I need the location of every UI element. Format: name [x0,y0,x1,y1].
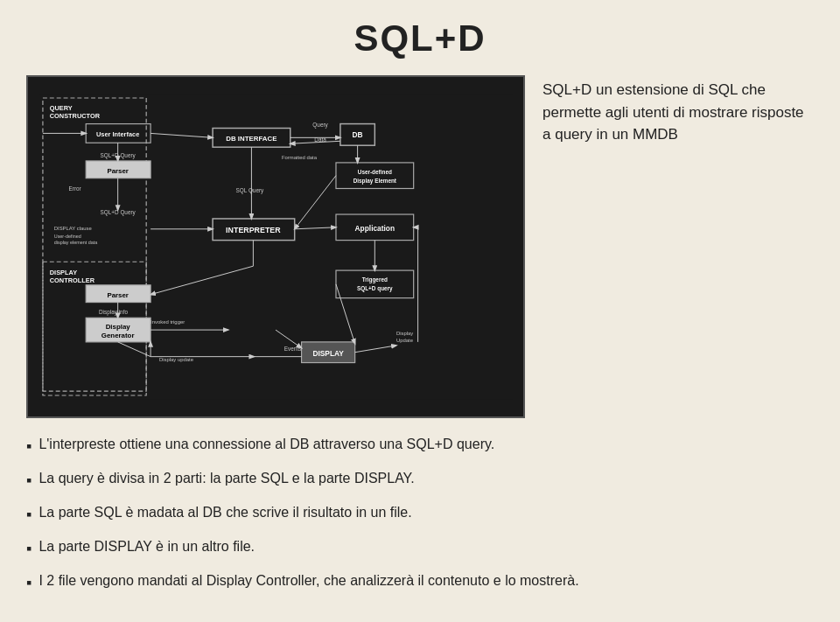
bullet-list: L'interpreste ottiene una connessione al… [26,434,814,595]
page-title: SQL+D [26,17,814,59]
svg-text:Display: Display [106,323,131,331]
svg-text:Parser: Parser [107,291,129,299]
svg-text:display element data: display element data [54,240,98,245]
svg-text:Generator: Generator [102,332,135,339]
svg-text:INTERPRETER: INTERPRETER [226,226,281,234]
bullet-item: I 2 file vengono mandati al Display Cont… [26,570,814,596]
svg-text:DISPLAY: DISPLAY [50,269,77,276]
svg-text:Formatted data: Formatted data [282,155,318,160]
svg-text:Display Element: Display Element [354,178,397,185]
diagram-svg: QUERY CONSTRUCTOR User Interface SQL+D Q… [38,89,513,404]
svg-text:Display info: Display info [99,309,128,316]
side-description: SQL+D un estensione di SQL che permette … [542,79,814,146]
svg-text:CONTROLLER: CONTROLLER [50,276,95,284]
svg-text:DISPLAY: DISPLAY [312,349,344,358]
svg-text:DB INTERFACE: DB INTERFACE [226,135,276,143]
svg-text:SQL+D Query: SQL+D Query [100,209,136,216]
bullet-item: L'interpreste ottiene una connessione al… [26,434,814,459]
svg-text:Display: Display [396,331,413,336]
svg-text:Query: Query [312,122,328,129]
diagram-area: QUERY CONSTRUCTOR User Interface SQL+D Q… [26,75,525,418]
svg-text:Display update: Display update [159,357,194,362]
svg-text:CONSTRUCTOR: CONSTRUCTOR [50,112,101,120]
page-container: SQL+D QUERY CONSTRUCTOR [0,0,840,622]
svg-text:QUERY: QUERY [50,104,73,112]
svg-text:Invoked trigger: Invoked trigger [150,319,185,325]
content-row: QUERY CONSTRUCTOR User Interface SQL+D Q… [26,75,814,418]
svg-text:User-defined: User-defined [54,234,81,239]
svg-text:Parser: Parser [107,167,129,175]
svg-text:Application: Application [355,224,396,233]
bullet-item: La parte SQL è madata al DB che scrive i… [26,502,814,528]
svg-text:Update: Update [396,338,414,343]
side-text-area: SQL+D un estensione di SQL che permette … [542,75,814,146]
svg-text:DISPLAY clause: DISPLAY clause [54,226,93,231]
svg-text:DB: DB [353,130,363,139]
svg-text:User-defined: User-defined [358,169,392,175]
bullet-item: La parte DISPLAY è in un altro file. [26,536,814,562]
bullet-item: La query è divisa in 2 parti: la parte S… [26,468,814,493]
svg-text:SQL+D query: SQL+D query [357,285,393,292]
svg-text:Triggered: Triggered [362,276,388,283]
svg-text:SQL Query: SQL Query [236,187,265,194]
svg-text:Error: Error [68,185,81,192]
svg-text:User Interface: User Interface [96,130,139,138]
